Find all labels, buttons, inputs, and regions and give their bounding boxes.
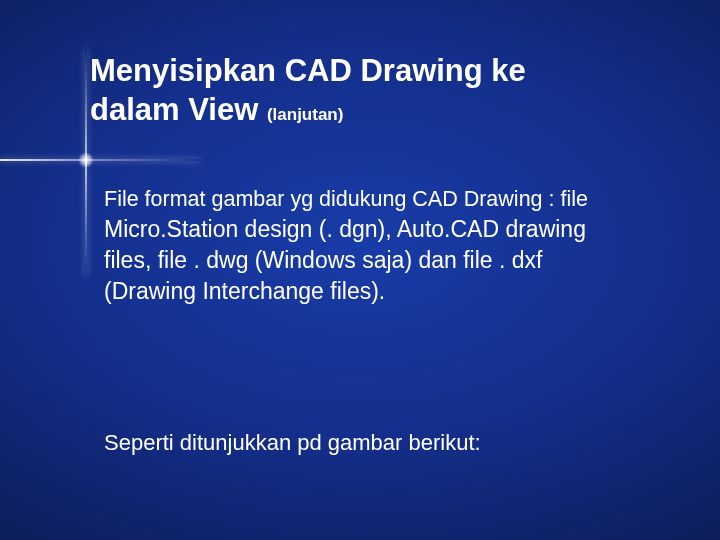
slide-footer: Seperti ditunjukkan pd gambar berikut: <box>104 430 614 456</box>
title-line-2: dalam View (lanjutan) <box>90 91 650 130</box>
body-lead-in: File format gambar yg didukung CAD Drawi… <box>104 187 588 211</box>
lens-flare-horizontal <box>0 159 200 161</box>
body-main: Micro.Station design (. dgn), Auto.CAD d… <box>104 216 586 304</box>
lens-flare-vertical <box>85 48 87 276</box>
slide: Menyisipkan CAD Drawing ke dalam View (l… <box>0 0 720 540</box>
lens-flare-core <box>78 152 94 168</box>
slide-title: Menyisipkan CAD Drawing ke dalam View (l… <box>90 52 650 130</box>
title-main: dalam View <box>90 92 267 127</box>
slide-body: File format gambar yg didukung CAD Drawi… <box>104 183 614 307</box>
title-line-1: Menyisipkan CAD Drawing ke <box>90 52 650 91</box>
title-continuation: (lanjutan) <box>267 105 344 124</box>
